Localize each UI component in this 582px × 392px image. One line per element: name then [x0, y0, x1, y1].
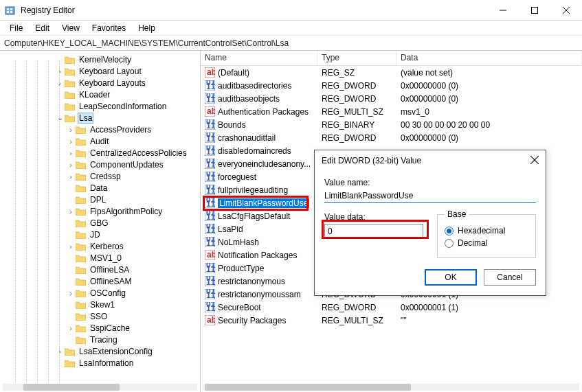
tree-item[interactable]: ›KLoader [0, 89, 200, 100]
value-name: Authentication Packages [218, 107, 309, 117]
tree-item[interactable]: ›LsaInformation [0, 357, 200, 369]
tree-item[interactable]: ›LeapSecondInformation [0, 100, 200, 112]
tree-item-label: Keyboard Layouts [78, 78, 147, 88]
tree-item[interactable]: ›LsaExtensionConfig [0, 345, 200, 357]
chevron-right-icon[interactable]: › [66, 289, 76, 297]
value-type: REG_DWORD [317, 303, 396, 312]
tree-item[interactable]: ›MSV1_0 [0, 252, 200, 264]
value-data: "" [396, 316, 582, 325]
list-row[interactable]: crashonauditfailREG_DWORD0x00000000 (0) [201, 131, 582, 144]
tree-item[interactable]: ›FipsAlgorithmPolicy [0, 205, 200, 217]
tree-item-label: Keyboard Layout [78, 67, 143, 76]
binary-value-icon [205, 276, 215, 286]
tree-item[interactable]: ›Audit [0, 135, 200, 147]
list-scrollbar-h[interactable] [203, 384, 579, 391]
radio-dec-label[interactable]: Decimal [458, 238, 487, 248]
list-row[interactable]: Security PackagesREG_MULTI_SZ"" [201, 314, 582, 327]
maximize-button[interactable] [519, 0, 550, 21]
tree-item-label: LsaInformation [78, 358, 135, 368]
tree-item[interactable]: ›OSConfig [0, 287, 200, 299]
list-row[interactable]: auditbaseobjectsREG_DWORD0x00000000 (0) [201, 92, 582, 105]
close-button[interactable] [550, 0, 582, 21]
chevron-right-icon[interactable]: › [55, 347, 65, 356]
value-name-field[interactable] [324, 189, 536, 203]
binary-value-icon [205, 80, 215, 91]
folder-icon [65, 79, 75, 87]
tree-item[interactable]: ›JD [0, 229, 200, 240]
tree-item[interactable]: ›SspiCache [0, 322, 200, 334]
value-name: fullprivilegeauditing [218, 185, 288, 195]
ok-button[interactable]: OK [425, 269, 477, 286]
tree-item[interactable]: ›Skew1 [0, 299, 200, 310]
menu-favorites[interactable]: Favorites [86, 22, 132, 34]
tree-item[interactable]: ›Kerberos [0, 240, 200, 252]
menu-view[interactable]: View [56, 22, 86, 34]
tree-item[interactable]: ›DPL [0, 194, 200, 205]
chevron-right-icon[interactable]: › [55, 67, 65, 76]
tree-item[interactable]: ›Keyboard Layouts [0, 77, 200, 89]
chevron-right-icon[interactable]: › [66, 207, 76, 216]
value-name: Notification Packages [218, 251, 297, 260]
chevron-right-icon[interactable]: › [66, 137, 76, 146]
tree-item[interactable]: ›GBG [0, 217, 200, 229]
tree-item[interactable]: ›SSO [0, 310, 200, 322]
chevron-down-icon[interactable]: ⌄ [55, 113, 65, 122]
radio-hex[interactable] [445, 227, 454, 235]
chevron-right-icon[interactable]: › [66, 242, 76, 251]
tree-item[interactable]: ›ComponentUpdates [0, 159, 200, 170]
value-data-field[interactable] [324, 224, 423, 239]
tree-item[interactable]: ›Tracing [0, 334, 200, 345]
chevron-right-icon[interactable]: › [66, 172, 76, 181]
tree-pane[interactable]: ›KernelVelocity›Keyboard Layout›Keyboard… [0, 51, 201, 392]
folder-icon [65, 91, 75, 99]
tree-item-label: Credssp [89, 172, 122, 181]
menu-help[interactable]: Help [132, 22, 161, 34]
folder-icon [76, 289, 86, 297]
tree-item[interactable]: ⌄Lsa [0, 112, 200, 124]
tree-item[interactable]: ›Data [0, 182, 200, 194]
tree-item[interactable]: ›AccessProviders [0, 124, 200, 135]
chevron-right-icon[interactable]: › [55, 79, 65, 87]
address-bar[interactable]: Computer\HKEY_LOCAL_MACHINE\SYSTEM\Curre… [0, 36, 582, 51]
radio-hex-label[interactable]: Hexadecimal [458, 226, 505, 235]
binary-value-icon [205, 172, 215, 182]
tree-item[interactable]: ›OfflineSAM [0, 275, 200, 287]
tree-item[interactable]: ›CentralizedAccessPolicies [0, 147, 200, 159]
chevron-right-icon[interactable]: › [66, 324, 76, 332]
radio-dec[interactable] [445, 239, 454, 248]
list-row[interactable]: SecureBootREG_DWORD0x00000001 (1) [201, 301, 582, 314]
binary-value-icon [205, 263, 215, 273]
value-data: msv1_0 [396, 107, 582, 117]
col-header-type[interactable]: Type [317, 51, 396, 65]
col-header-data[interactable]: Data [396, 51, 582, 65]
list-row[interactable]: (Default)REG_SZ(value not set) [201, 66, 582, 79]
list-pane[interactable]: Name Type Data (Default)REG_SZ(value not… [201, 51, 582, 392]
folder-icon [76, 324, 86, 332]
dialog-close-button[interactable] [518, 156, 539, 166]
folder-icon [76, 277, 86, 286]
tree-item[interactable]: ›Keyboard Layout [0, 65, 200, 77]
menu-file[interactable]: File [3, 22, 29, 34]
folder-icon [76, 336, 86, 344]
base-group: Base Hexadecimal Decimal [437, 209, 536, 258]
tree-item[interactable]: ›OfflineLSA [0, 264, 200, 275]
tree-item-label: JD [89, 230, 102, 240]
tree-item[interactable]: ›KernelVelocity [0, 54, 200, 65]
cancel-button[interactable]: Cancel [484, 269, 536, 286]
col-header-name[interactable]: Name [201, 51, 317, 65]
tree-item[interactable]: ›Credssp [0, 170, 200, 182]
minimize-button[interactable] [487, 0, 519, 21]
tree-item-label: Audit [89, 137, 110, 146]
chevron-right-icon[interactable]: › [66, 126, 76, 134]
chevron-right-icon[interactable]: › [66, 149, 76, 157]
tree-scrollbar-h[interactable] [3, 384, 197, 391]
value-name: auditbaseobjects [218, 94, 280, 104]
value-name: (Default) [218, 68, 249, 78]
menu-edit[interactable]: Edit [29, 22, 56, 34]
list-row[interactable]: BoundsREG_BINARY00 30 00 00 00 20 00 00 [201, 118, 582, 131]
list-row[interactable]: auditbasedirectoriesREG_DWORD0x00000000 … [201, 79, 582, 92]
tree-item-label: Lsa [78, 113, 93, 124]
list-row[interactable]: Authentication PackagesREG_MULTI_SZmsv1_… [201, 105, 582, 118]
chevron-right-icon[interactable]: › [66, 161, 76, 169]
tree-item-label: MSV1_0 [89, 253, 123, 263]
